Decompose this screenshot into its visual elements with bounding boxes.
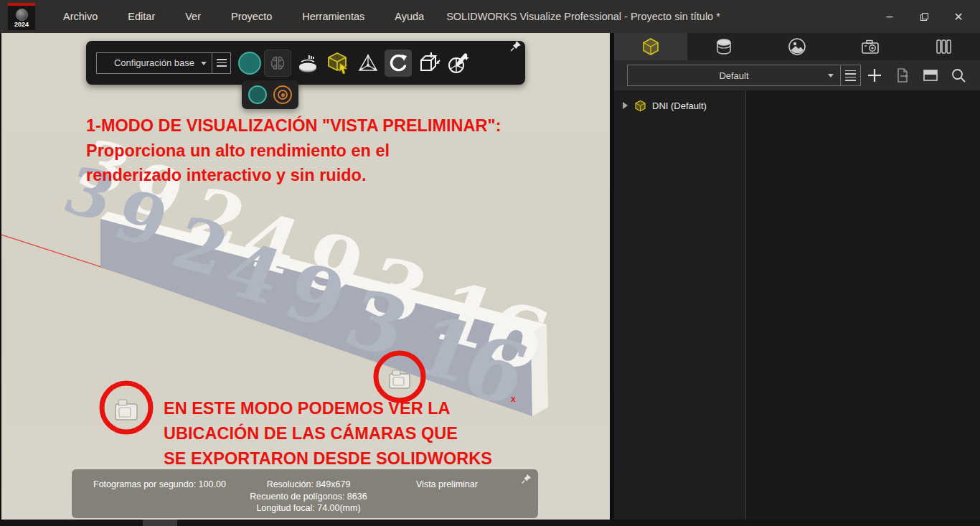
render-info-column: Resolución: 849x679 Recuento de polígono… [237,479,380,515]
tab-scenes[interactable] [760,33,834,60]
rotate-c-icon [387,52,410,75]
scenes-image-icon [788,37,806,56]
restore-icon [920,13,928,21]
cube-rotate-icon [415,50,441,76]
search-icon [951,67,966,83]
turntable-icon [296,52,319,75]
configuration-menu-button[interactable] [841,65,861,86]
denoise-render-button[interactable] [445,50,472,77]
models-toolbar: Default [614,60,980,90]
preset-dropdown[interactable]: Configuración base [96,52,212,74]
tab-models[interactable] [614,33,687,60]
close-button[interactable]: ✕ [941,0,976,33]
annotation-line: renderizado interactivo y sin ruido. [86,163,501,188]
menu-bar: Archivo Editar Ver Proyecto Herramientas… [48,0,439,33]
x-axis-label: x [511,394,516,404]
polygon-count-readout: Recuento de polígonos: 8636 [237,491,380,503]
annotation-block-1: 1-MODO DE VISUALIZACIÓN "VISTA PRELIMINA… [86,113,501,188]
denoiser-button[interactable] [264,50,291,77]
triad-icon [356,51,380,75]
libraries-icon [934,37,953,56]
models-toolbar-actions [866,67,967,84]
export-file-icon [895,67,910,83]
minimize-button[interactable]: – [872,0,907,33]
viewport-toolbar: Configuración base [86,41,525,85]
preset-dropdown-group: Configuración base [96,52,231,74]
split-view-button[interactable] [922,67,939,84]
solidworks-logo-icon: 2024 [8,3,35,30]
pin-icon [509,39,522,52]
window-controls: – ✕ [872,0,976,33]
tab-libraries[interactable] [907,33,980,60]
tab-cameras[interactable] [834,33,907,60]
add-configuration-button[interactable] [866,67,883,84]
status-pin-button[interactable] [521,473,532,487]
minimize-icon: – [887,10,893,23]
window-title: SOLIDWORKS Visualize Professional - Proy… [446,11,720,22]
configuration-dropdown-group: Default [627,65,861,86]
menu-archivo[interactable]: Archivo [48,0,113,33]
chevron-down-icon [201,62,207,65]
tree-item-label: DNI (Default) [652,100,707,111]
pin-icon [521,473,532,484]
model-tree: DNI (Default) [614,90,746,520]
configuration-dropdown-value: Default [719,70,748,81]
configuration-dropdown[interactable]: Default [627,65,841,86]
rotate-view-button[interactable] [385,50,412,77]
pivot-triad-button[interactable] [354,50,382,77]
annotation-line: Proporciona un alto rendimiento en el [86,138,501,164]
chevron-down-icon [828,74,834,78]
close-icon: ✕ [953,10,963,24]
restore-button[interactable] [907,0,941,33]
menu-proyecto[interactable]: Proyecto [216,0,287,33]
models-cube-icon [641,37,660,56]
render-mode-button[interactable] [238,52,261,75]
globe-icon [16,9,28,21]
render-status-overlay: Fotogramas por segundo: 100.00 Resolució… [72,469,538,518]
fps-readout: Fotogramas por segundo: 100.00 [93,479,226,489]
annotation-line: EN ESTE MODO PODEMOS VER LA [164,396,492,421]
viewport-3d[interactable]: 3 3 9 9 2 2 4 4 9 9 [1,33,610,520]
turntable-button[interactable] [294,50,321,77]
split-layout-icon [923,67,938,83]
menu-ayuda[interactable]: Ayuda [380,0,439,33]
tree-row-dni[interactable]: DNI (Default) [614,96,745,115]
expand-caret-icon[interactable] [623,102,628,109]
export-button[interactable] [894,67,911,84]
select-tool-button[interactable] [324,50,352,77]
menu-editar[interactable]: Editar [113,0,170,33]
search-button[interactable] [950,67,967,84]
preset-dropdown-value: Configuración base [114,57,194,68]
render-mode-readout: Vista preliminar [416,479,478,489]
plus-icon [867,67,882,83]
resolution-readout: Resolución: 849x679 [237,479,380,491]
model-cube-icon [634,100,646,112]
render-mode-flyout [242,80,298,109]
preset-menu-button[interactable] [212,52,231,74]
preview-mode-option[interactable] [248,85,267,104]
cube-rotate-button[interactable] [415,50,442,77]
tab-appearances[interactable] [687,33,760,60]
cameras-icon [860,37,880,57]
app-window: 2024 Archivo Editar Ver Proyecto Herrami… [0,0,980,526]
select-cube-icon [326,51,350,75]
annotation-line: SE EXPORTARON DESDE SOLIDWORKS [164,446,492,471]
accurate-mode-option[interactable] [273,85,292,104]
appearances-cylinder-icon [715,37,733,56]
annotation-block-2: EN ESTE MODO PODEMOS VER LA UBICACIÓN DE… [164,396,492,471]
camera-gizmo-legend[interactable] [116,400,137,420]
annotation-line: 1-MODO DE VISUALIZACIÓN "VISTA PRELIMINA… [86,113,501,138]
toolbar-pin-button[interactable] [509,39,522,55]
scrollbar-thumb[interactable] [143,520,177,526]
title-bar: 2024 Archivo Editar Ver Proyecto Herrami… [0,0,980,33]
camera-wand-icon [446,50,471,76]
menu-herramientas[interactable]: Herramientas [287,0,380,33]
palette-tabs [614,33,980,60]
menu-ver[interactable]: Ver [170,0,216,33]
annotation-line: UBICACIÓN DE LAS CÁMARAS QUE [164,421,492,446]
brain-icon [268,54,287,72]
focal-length-readout: Longitud focal: 74.00(mm) [237,502,380,515]
palette-panel: Default [614,33,980,520]
logo-year: 2024 [14,21,29,28]
bottom-edge-bar [0,520,980,526]
